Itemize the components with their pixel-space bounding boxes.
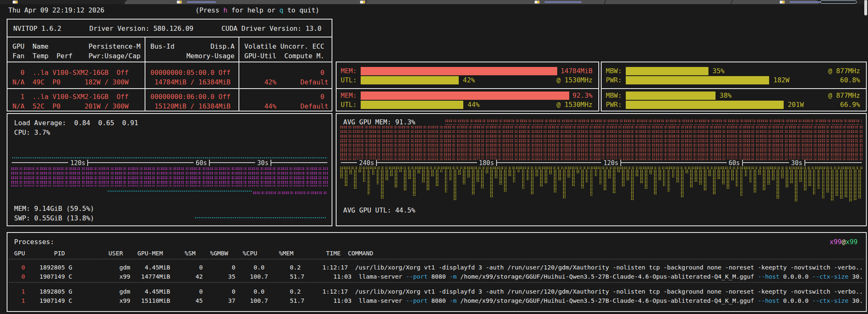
axis-tick — [620, 160, 621, 166]
processes-panel: Processes: x99@x99 GPU PID USER GPU-MEM … — [7, 232, 867, 312]
pwr-bar-label: PWR: — [606, 76, 626, 85]
process-row[interactable]: 1 1892805 G gdm 4.45MiB 0 0 0.0 0.2 1:12… — [14, 287, 863, 296]
tab-title-fragment — [544, 1, 582, 3]
pwr-bar: 182W 60.8% — [626, 76, 862, 84]
utl-bar-label: UTL: — [341, 76, 361, 85]
tab-favicon-icon[interactable] — [779, 0, 785, 4]
gpu-utl-graph-column — [481, 169, 484, 188]
gpu-utl-graph-column — [767, 169, 770, 185]
mem-bar-label: MEM: — [341, 67, 361, 76]
gpu-utl-graph-column — [485, 169, 488, 173]
gpu-utl-graph-column — [840, 169, 843, 199]
gpu-utl-graph-column — [390, 169, 393, 176]
cpu-percent-text: CPU: 3.7% — [14, 128, 50, 137]
gpu-utl-graph-column — [385, 169, 388, 180]
gpu-utl-graph-column — [835, 169, 838, 196]
gpu0-busid: 00000000:05:00.0 Off — [150, 68, 239, 77]
gpu-utl-graph-column — [426, 169, 429, 190]
avg-gpu-utl-text: AVG GPU UTL: 44.5% — [343, 205, 415, 215]
tab-favicon-icon[interactable] — [534, 0, 540, 4]
gpu-utl-graph-column — [499, 169, 502, 185]
gpu-utl-graph-column — [772, 169, 775, 180]
gpu-utl-graph-column — [635, 169, 638, 177]
pwr-bar: 201W 66.9% — [626, 101, 862, 109]
gpu-utl-graph-column — [717, 169, 720, 179]
mbw-bar-value: 38% — [720, 91, 732, 100]
gpu-row-1[interactable]: 1 ..la V100-SXM2-16GB Off N/A 52C P0 201… — [7, 88, 332, 111]
gpu-utl-graph-column — [526, 169, 529, 180]
gpu-utl-graph-column — [644, 169, 647, 189]
tab-favicon-icon[interactable] — [360, 0, 365, 4]
gpu-utl-graph-column — [663, 169, 666, 186]
gpu-utl-graph-column — [453, 169, 456, 200]
axis-tick — [87, 160, 88, 166]
command-text: /home/x99/storage/GGUF/Huihui-Qwen3.5-27… — [457, 273, 758, 280]
gpu-utl-graph-column — [413, 169, 416, 196]
gpu-utl-graph-column — [553, 169, 556, 193]
gpu-utl-graph-column — [585, 169, 588, 183]
gpu-utl-graph-column — [745, 169, 748, 177]
gpu-utl-graph-column — [708, 169, 711, 176]
gpu-utl-graph-column — [508, 169, 511, 176]
gpu-utl-graph-column — [690, 169, 693, 188]
gpu-utl-graph-column — [794, 169, 797, 202]
new-tab-button[interactable] — [820, 0, 857, 4]
gpu1-mbw-pwr-panel: MBW: 38% @ 877MHz PWR: 201W 66.9% — [601, 88, 867, 111]
gpu-utl-graph-column — [467, 169, 470, 178]
gpu-utl-graph-column — [735, 169, 738, 187]
command-flag: --port — [406, 297, 428, 304]
gpu1-busid: 00000000:06:00.0 Off — [150, 92, 239, 101]
gpu-utl-graph-column — [440, 169, 443, 173]
utl-bar: 44% @ 1530MHz — [361, 101, 594, 109]
gpu-utl-graph-column — [381, 169, 384, 199]
tab-title-fragment — [187, 1, 216, 3]
scrollbar-thumb[interactable] — [864, 0, 867, 15]
gpu1-ecc: 0 — [244, 92, 332, 101]
gpu-utl-graph — [340, 166, 863, 169]
process-gpu-index: 1 — [14, 297, 25, 304]
gpu0-mem-utl-panel: MEM: 14784MiB UTL: 42% @ 1530MHz — [336, 62, 599, 89]
process-row[interactable]: 0 1907149 C x99 14774MiB 42 35 100.7 51.… — [14, 272, 863, 281]
command-text: llama-server — [359, 297, 406, 304]
command-text: 0.0.0.0 — [779, 273, 812, 280]
pinned-tab-favicon-icon[interactable] — [12, 0, 18, 4]
mem-bar: 92.3% — [361, 91, 594, 100]
pwr-bar-value: 182W — [773, 76, 789, 85]
process-row[interactable]: 1 1907149 C x99 15110MiB 45 37 100.7 51.… — [14, 296, 863, 305]
gpu1-util: 44% Default — [244, 101, 332, 111]
gpu-utl-graph-column — [494, 169, 497, 178]
gpu-utl-graph-column — [513, 169, 516, 183]
command-text: llama-server — [359, 273, 406, 280]
gpu-utl-graph-column — [363, 169, 366, 182]
gpu0-mbw-pwr-panel: MBW: 35% @ 877MHz PWR: 182W 60.8% — [601, 62, 867, 89]
gpu-utl-graph-column — [435, 169, 438, 186]
gpu-utl-graph-column — [853, 169, 856, 200]
gpu-utl-graph-column — [476, 169, 479, 182]
col-header: Volatile Uncorr. ECC — [244, 42, 332, 51]
gpu-utl-graph-column — [603, 169, 606, 190]
utl-bar: 42% @ 1530MHz — [361, 76, 594, 84]
gpu-utl-graph-column — [785, 169, 788, 188]
browser-tab-strip — [0, 0, 868, 4]
command-text: /usr/lib/xorg/Xorg vt1 -displayfd 3 -aut… — [355, 288, 863, 295]
axis-tick — [209, 160, 210, 166]
gpu-utl-graph-column — [608, 169, 611, 178]
browser-tab[interactable] — [125, 0, 819, 4]
command-text: 30.. — [848, 273, 863, 280]
gpu-utl-graph-column — [576, 169, 579, 173]
gpu-utl-graph-column — [631, 169, 634, 200]
gpu-utl-graph-column — [831, 169, 834, 201]
load-average-text: Load Average: 0.84 0.65 0.91 — [14, 118, 138, 128]
mem-bar: 14784MiB — [361, 67, 594, 75]
process-row[interactable]: 0 1892805 G gdm 4.45MiB 0 0 0.0 0.2 1:12… — [14, 263, 863, 272]
gpu1-mem-utl-panel: MEM: 92.3% UTL: 44% @ 1530MHz — [336, 88, 599, 111]
nvitop-title: NVITOP 1.6.2 Driver Version: 580.126.09 … — [7, 20, 332, 33]
tab-favicon-icon[interactable] — [177, 0, 182, 4]
utl-bar-label: UTL: — [341, 100, 361, 109]
axis-tick — [742, 160, 743, 166]
gpu-utl-graph-column — [490, 169, 493, 198]
gpu-utl-graph-column — [358, 169, 361, 173]
gpu-row-0[interactable]: 0 ..la V100-SXM2-16GB Off N/A 49C P0 182… — [7, 62, 332, 89]
gpu-clock-value: @ 1530MHz — [553, 100, 593, 109]
gpu-utl-graph-column — [740, 169, 743, 196]
